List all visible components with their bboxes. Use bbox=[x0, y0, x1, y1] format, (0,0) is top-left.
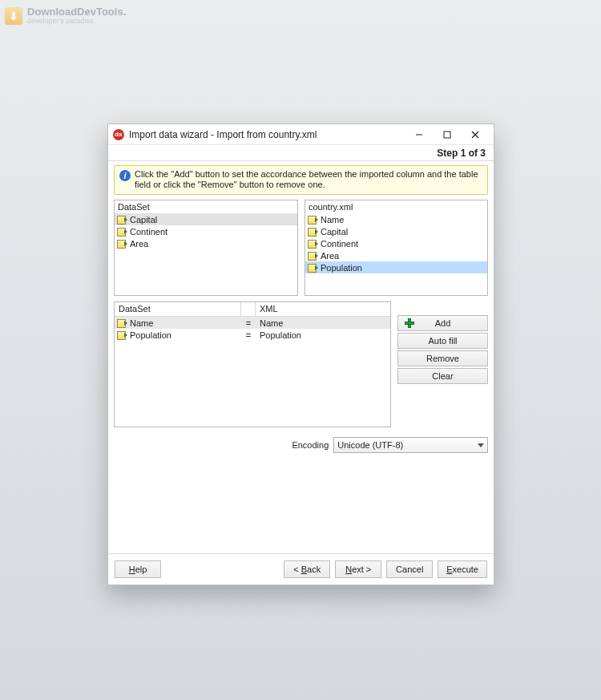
encoding-label: Encoding bbox=[114, 440, 329, 450]
add-button[interactable]: Add bbox=[397, 315, 488, 331]
plus-icon bbox=[404, 318, 415, 329]
field-icon bbox=[308, 251, 318, 260]
field-icon bbox=[117, 239, 127, 248]
autofill-button[interactable]: Auto fill bbox=[397, 333, 488, 349]
svg-rect-1 bbox=[444, 132, 450, 138]
remove-button[interactable]: Remove bbox=[397, 350, 488, 366]
field-icon bbox=[308, 239, 318, 248]
step-label: Step 1 of 3 bbox=[437, 148, 486, 159]
encoding-row: Encoding Unicode (UTF-8) bbox=[108, 427, 494, 453]
titlebar: dx Import data wizard - Import from coun… bbox=[108, 124, 494, 145]
source-item[interactable]: Area bbox=[305, 249, 487, 261]
dataset-item[interactable]: Continent bbox=[115, 225, 297, 237]
dataset-panel-header: DataSet bbox=[115, 200, 297, 213]
source-item[interactable]: Capital bbox=[305, 225, 487, 237]
mapping-header-row: DataSet XML bbox=[115, 302, 390, 317]
action-button-column: Add Auto fill Remove Clear bbox=[397, 301, 488, 427]
watermark: ⬇ DownloadDevTools. developer's paradise bbox=[5, 6, 126, 25]
watermark-tagline: developer's paradise bbox=[27, 18, 126, 25]
mapping-row[interactable]: Population = Population bbox=[115, 329, 390, 341]
execute-button[interactable]: Execute bbox=[438, 560, 487, 578]
mapping-header-dataset: DataSet bbox=[115, 302, 241, 316]
footer: Help < Back Next > Cancel Execute bbox=[108, 553, 494, 585]
source-item[interactable]: Continent bbox=[305, 237, 487, 249]
next-button[interactable]: Next > bbox=[335, 560, 381, 578]
dataset-panel: DataSet Capital Continent Area bbox=[114, 200, 298, 296]
field-icon bbox=[117, 227, 127, 236]
back-button[interactable]: < Back bbox=[284, 560, 330, 578]
info-banner: i Click the "Add" button to set the acco… bbox=[114, 165, 488, 195]
maximize-button[interactable] bbox=[433, 126, 461, 144]
watermark-logo-icon: ⬇ bbox=[5, 7, 22, 25]
import-wizard-window: dx Import data wizard - Import from coun… bbox=[107, 123, 494, 585]
minimize-button[interactable] bbox=[405, 126, 433, 144]
app-icon: dx bbox=[113, 129, 124, 140]
info-icon: i bbox=[119, 170, 131, 181]
watermark-brand: DownloadDevTools. bbox=[27, 6, 126, 17]
dataset-item[interactable]: Area bbox=[115, 237, 297, 249]
step-indicator: Step 1 of 3 bbox=[108, 145, 494, 161]
source-list[interactable]: Name Capital Continent Area Population bbox=[305, 213, 487, 295]
window-title: Import data wizard - Import from country… bbox=[129, 129, 405, 140]
source-panel: country.xml Name Capital Continent Area … bbox=[305, 200, 488, 296]
source-item[interactable]: Name bbox=[305, 213, 487, 225]
cancel-button[interactable]: Cancel bbox=[386, 560, 433, 578]
close-button[interactable] bbox=[461, 126, 489, 144]
help-button[interactable]: Help bbox=[115, 560, 161, 578]
source-item[interactable]: Population bbox=[305, 261, 487, 273]
mapping-row[interactable]: Name = Name bbox=[115, 317, 390, 329]
field-icon bbox=[117, 215, 127, 224]
source-panel-header: country.xml bbox=[305, 200, 487, 213]
field-icon bbox=[308, 215, 318, 224]
mapping-header-xml: XML bbox=[256, 302, 390, 316]
field-icon bbox=[308, 227, 318, 236]
chevron-down-icon bbox=[478, 443, 484, 447]
clear-button[interactable]: Clear bbox=[397, 368, 488, 384]
encoding-select[interactable]: Unicode (UTF-8) bbox=[333, 437, 488, 453]
encoding-value: Unicode (UTF-8) bbox=[337, 440, 403, 450]
mapping-header-eq bbox=[241, 302, 256, 316]
mapping-table: DataSet XML Name = Name Population = Pop… bbox=[114, 301, 391, 427]
field-icon bbox=[117, 330, 127, 339]
info-message: Click the "Add" button to set the accord… bbox=[135, 169, 482, 190]
dataset-item[interactable]: Capital bbox=[115, 213, 297, 225]
dataset-list[interactable]: Capital Continent Area bbox=[115, 213, 297, 295]
field-icon bbox=[117, 318, 127, 327]
field-icon bbox=[308, 263, 318, 272]
